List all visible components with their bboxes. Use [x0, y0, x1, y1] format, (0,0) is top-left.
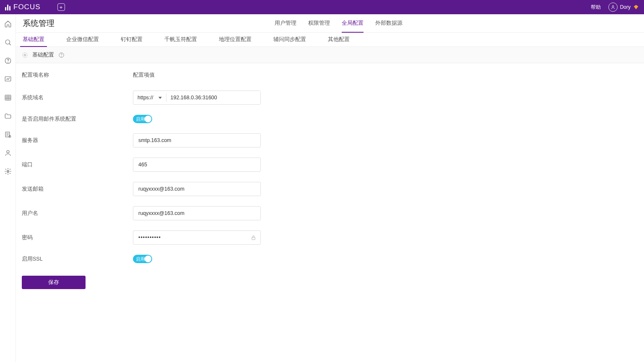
grid-icon[interactable]: [4, 94, 12, 101]
help-hint-icon[interactable]: [58, 52, 65, 58]
subtab-qianfan[interactable]: 千帆玉符配置: [164, 33, 198, 47]
label-server: 服务器: [22, 137, 133, 144]
input-username[interactable]: [133, 206, 261, 220]
domain-input[interactable]: [166, 91, 260, 104]
tab-external-datasource[interactable]: 外部数据源: [375, 14, 402, 32]
subtab-dingtalk[interactable]: 钉钉配置: [120, 33, 143, 47]
brand-text: FOCUS: [13, 3, 41, 11]
diamond-icon: [633, 4, 639, 10]
input-port[interactable]: [133, 158, 261, 172]
subtab-sync[interactable]: 辅问同步配置: [273, 33, 307, 47]
label-ssl: 启用SSL: [22, 256, 133, 263]
settings-icon[interactable]: [4, 168, 12, 175]
toggle-enable-mail[interactable]: 启用: [133, 115, 152, 123]
label-password: 密码: [22, 234, 133, 241]
save-button[interactable]: 保存: [22, 276, 86, 289]
svg-rect-13: [252, 237, 255, 240]
svg-point-7: [9, 135, 11, 137]
sub-tabs: 基础配置 企业微信配置 钉钉配置 千帆玉符配置 地理位置配置 辅问同步配置 其他…: [16, 33, 644, 47]
svg-point-9: [7, 171, 9, 173]
home-icon[interactable]: [4, 20, 12, 28]
subtab-geo[interactable]: 地理位置配置: [218, 33, 252, 47]
label-domain: 系统域名: [22, 94, 133, 101]
svg-rect-5: [5, 95, 11, 100]
logo-icon: [5, 4, 10, 10]
label-enable-mail: 是否启用邮件系统配置: [22, 116, 133, 123]
col-header-value: 配置项值: [133, 72, 638, 79]
input-from-email[interactable]: [133, 182, 261, 196]
avatar-icon: [608, 3, 618, 12]
tab-permission-mgmt[interactable]: 权限管理: [308, 14, 330, 32]
page-title: 系统管理: [23, 18, 55, 29]
svg-point-0: [612, 5, 614, 7]
toggle-ssl[interactable]: 启用: [133, 255, 152, 263]
username: Dory: [620, 4, 631, 10]
domain-field: https://: [133, 90, 261, 105]
svg-point-3: [8, 62, 8, 62]
svg-point-12: [61, 56, 62, 57]
list-settings-icon[interactable]: [4, 131, 12, 138]
user-menu[interactable]: Dory: [608, 3, 639, 12]
input-server[interactable]: [133, 133, 261, 147]
svg-point-1: [5, 40, 10, 44]
svg-point-10: [24, 54, 26, 56]
help-icon[interactable]: [4, 57, 12, 65]
protocol-select[interactable]: https://: [133, 91, 166, 104]
primary-tabs: 用户管理 权限管理 全局配置 外部数据源: [275, 14, 637, 32]
topbar: FOCUS + 帮助 Dory: [0, 0, 644, 14]
left-sidebar: [0, 14, 16, 362]
gear-icon: [22, 52, 28, 58]
help-link[interactable]: 帮助: [591, 4, 601, 11]
subtab-basic[interactable]: 基础配置: [22, 33, 45, 47]
folder-icon[interactable]: [4, 112, 12, 120]
brand-logo: FOCUS: [5, 3, 41, 11]
input-password[interactable]: [133, 230, 261, 245]
label-username: 用户名: [22, 210, 133, 217]
svg-point-8: [7, 150, 9, 153]
section-title: 基础配置: [32, 51, 54, 59]
subtab-other[interactable]: 其他配置: [327, 33, 351, 47]
chart-icon[interactable]: [4, 75, 12, 83]
add-button[interactable]: +: [57, 3, 65, 11]
subtab-wecom[interactable]: 企业微信配置: [65, 33, 100, 47]
col-header-name: 配置项名称: [22, 72, 133, 79]
user-icon[interactable]: [4, 149, 12, 157]
page-header: 系统管理 用户管理 权限管理 全局配置 外部数据源: [16, 14, 644, 33]
tab-user-mgmt[interactable]: 用户管理: [275, 14, 296, 32]
label-port: 端口: [22, 161, 133, 168]
search-icon[interactable]: [4, 39, 12, 46]
tab-global-config[interactable]: 全局配置: [342, 14, 364, 32]
form: 配置项名称 配置项值 系统域名 https:// 是否启用邮件系统配置: [16, 63, 644, 306]
section-header: 基础配置: [16, 47, 644, 63]
label-from-email: 发送邮箱: [22, 186, 133, 193]
lock-icon: [250, 235, 257, 241]
